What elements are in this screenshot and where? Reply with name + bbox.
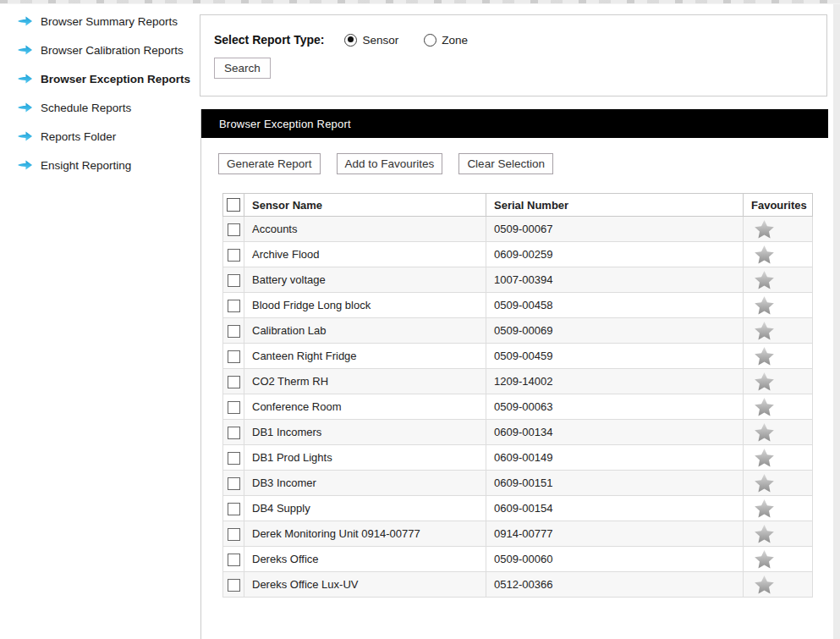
table-row: Blood Fridge Long block 0509-00458 <box>223 293 813 318</box>
favourite-star-icon[interactable] <box>753 371 776 393</box>
sensor-name-cell: Canteen Right Fridge <box>244 344 486 369</box>
favourite-star-icon[interactable] <box>753 447 776 469</box>
select-all-checkbox[interactable] <box>227 198 240 212</box>
search-button[interactable]: Search <box>214 58 271 79</box>
sensor-name-cell: Accounts <box>244 217 486 242</box>
favourite-star-icon[interactable] <box>753 498 776 520</box>
favourite-star-icon[interactable] <box>753 574 776 596</box>
row-checkbox[interactable] <box>228 452 240 465</box>
sidebar-item-schedule-reports[interactable]: Schedule Reports <box>0 93 200 122</box>
arrow-icon <box>17 102 33 113</box>
favourite-star-icon[interactable] <box>753 269 776 291</box>
table-row: DB1 Incomers 0609-00134 <box>223 420 813 445</box>
table-row: DB1 Prod Lights 0609-00149 <box>223 445 813 471</box>
row-checkbox[interactable] <box>228 376 240 388</box>
arrow-icon <box>17 44 33 56</box>
sidebar-item-ensight-reporting[interactable]: Ensight Reporting <box>0 151 200 179</box>
section-header: Browser Exception Report <box>201 109 828 138</box>
radio-label: Zone <box>442 34 468 47</box>
table-row: Dereks Office 0509-00060 <box>223 547 813 572</box>
row-checkbox[interactable] <box>228 579 240 592</box>
sidebar-item-browser-calibration-reports[interactable]: Browser Calibration Reports <box>0 36 200 64</box>
radio-label: Sensor <box>362 34 398 47</box>
sidebar-item-browser-summary-reports[interactable]: Browser Summary Reports <box>0 7 200 36</box>
sidebar-item-label: Browser Calibration Reports <box>41 44 184 57</box>
table-row: Derek Monitoring Unit 0914-00777 0914-00… <box>223 521 813 547</box>
sensor-table: Sensor Name Serial Number Favourites Acc… <box>222 193 813 598</box>
serial-number-cell: 0509-00063 <box>486 394 744 420</box>
table-row: Conference Room 0509-00063 <box>223 394 813 420</box>
row-checkbox[interactable] <box>228 401 240 414</box>
favourite-star-icon[interactable] <box>753 218 776 240</box>
sidebar-item-label: Browser Summary Reports <box>41 15 178 28</box>
serial-number-cell: 0509-00458 <box>486 293 744 318</box>
favourite-star-icon[interactable] <box>753 345 776 367</box>
page-right-gutter <box>833 4 840 639</box>
favourite-star-icon[interactable] <box>753 244 776 266</box>
sensor-name-cell: Archive Flood <box>244 242 486 267</box>
favourite-star-icon[interactable] <box>753 523 776 545</box>
row-checkbox[interactable] <box>228 274 240 287</box>
table-row: Calibration Lab 0509-00069 <box>223 318 813 344</box>
favourite-star-icon[interactable] <box>753 472 776 494</box>
action-button-row: Generate Report Add to Favourites Clear … <box>218 153 828 174</box>
report-type-radio-group: Sensor Zone <box>344 34 493 47</box>
add-to-favourites-button[interactable]: Add to Favourites <box>337 153 443 174</box>
serial-number-cell: 1007-00394 <box>486 267 744 293</box>
arrow-icon <box>17 73 33 85</box>
serial-number-cell: 0509-00067 <box>486 217 744 242</box>
generate-report-button[interactable]: Generate Report <box>218 153 321 174</box>
sensor-name-cell: DB1 Incomers <box>244 420 486 445</box>
row-checkbox[interactable] <box>228 223 240 236</box>
column-header-sensor-name: Sensor Name <box>244 194 486 217</box>
favourite-star-icon[interactable] <box>753 421 776 443</box>
row-checkbox[interactable] <box>228 427 240 439</box>
serial-number-cell: 0509-00069 <box>486 318 744 344</box>
table-row: DB4 Supply 0609-00154 <box>223 496 813 521</box>
table-header-row: Sensor Name Serial Number Favourites <box>223 194 813 217</box>
row-checkbox[interactable] <box>228 528 240 541</box>
table-row: Canteen Right Fridge 0509-00459 <box>223 344 813 369</box>
favourite-star-icon[interactable] <box>753 295 776 317</box>
table-row: Dereks Office Lux-UV 0512-00366 <box>223 572 813 598</box>
favourite-star-icon[interactable] <box>753 548 776 570</box>
cutoff-top-strip <box>0 0 840 4</box>
arrow-icon <box>17 15 33 27</box>
sensor-name-cell: CO2 Therm RH <box>244 369 486 394</box>
table-row: Archive Flood 0609-00259 <box>223 242 813 267</box>
serial-number-cell: 0609-00151 <box>486 471 744 496</box>
favourite-star-icon[interactable] <box>753 396 776 418</box>
row-checkbox[interactable] <box>228 249 240 262</box>
radio-option-zone[interactable]: Zone <box>424 34 468 47</box>
sensor-name-cell: Dereks Office <box>244 547 486 572</box>
favourite-star-icon[interactable] <box>753 320 776 342</box>
table-row: DB3 Incomer 0609-00151 <box>223 471 813 496</box>
sidebar-item-browser-exception-reports[interactable]: Browser Exception Reports <box>0 64 200 93</box>
serial-number-cell: 0512-00366 <box>486 572 744 598</box>
sidebar-item-label: Browser Exception Reports <box>41 73 190 85</box>
serial-number-cell: 0609-00259 <box>486 242 744 267</box>
clear-selection-button[interactable]: Clear Selection <box>458 153 553 174</box>
sidebar-item-reports-folder[interactable]: Reports Folder <box>0 122 200 151</box>
serial-number-cell: 0609-00154 <box>486 496 744 521</box>
row-checkbox[interactable] <box>228 300 240 312</box>
serial-number-cell: 0914-00777 <box>486 521 744 547</box>
row-checkbox[interactable] <box>228 350 240 363</box>
sensor-name-cell: DB3 Incomer <box>244 471 486 496</box>
row-checkbox[interactable] <box>228 554 240 566</box>
section-title: Browser Exception Report <box>219 118 351 130</box>
serial-number-cell: 1209-14002 <box>486 369 744 394</box>
row-checkbox[interactable] <box>228 325 240 338</box>
sensor-name-cell: Conference Room <box>244 394 486 420</box>
zone-radio[interactable] <box>424 34 436 47</box>
sensor-name-cell: Dereks Office Lux-UV <box>244 572 486 598</box>
sensor-name-cell: Battery voltage <box>244 267 486 293</box>
row-checkbox[interactable] <box>228 477 240 490</box>
row-checkbox[interactable] <box>228 503 240 515</box>
table-row: Battery voltage 1007-00394 <box>223 267 813 293</box>
table-row: CO2 Therm RH 1209-14002 <box>223 369 813 394</box>
serial-number-cell: 0609-00149 <box>486 445 744 471</box>
sensor-name-cell: Blood Fridge Long block <box>244 293 486 318</box>
radio-option-sensor[interactable]: Sensor <box>344 34 398 47</box>
sensor-radio[interactable] <box>344 34 357 47</box>
